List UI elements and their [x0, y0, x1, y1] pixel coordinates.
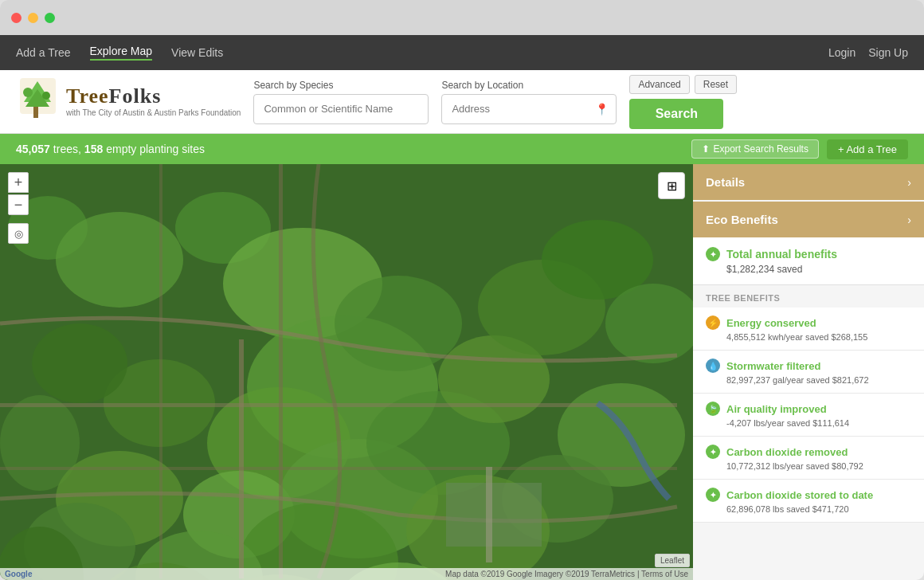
minimize-button[interactable]: [28, 13, 38, 23]
details-section-header[interactable]: Details ›: [693, 164, 924, 200]
species-search-group: Search by Species: [253, 80, 429, 124]
co2-stored-icon: ✦: [706, 488, 720, 502]
eco-benefits-section-header[interactable]: Eco Benefits ›: [693, 202, 924, 237]
svg-point-4: [23, 88, 33, 97]
svg-point-8: [56, 212, 183, 308]
air-icon: 🍃: [706, 402, 720, 416]
results-text: 45,057 trees, 158 empty planting sites: [16, 143, 205, 155]
benefit-item-1: 💧 Stormwater filtered 82,997,237 gal/yea…: [693, 351, 924, 394]
tree-benefits-label: TREE BENEFITS: [693, 285, 924, 308]
total-benefits-value: $1,282,234 saved: [726, 264, 911, 275]
results-right: ⬆ Export Search Results + Add a Tree: [691, 139, 908, 159]
total-benefits-icon: ✦: [706, 247, 720, 261]
details-title: Details: [706, 175, 745, 189]
window-chrome: [0, 0, 924, 35]
energy-icon: ⚡: [706, 315, 720, 330]
map-svg: [0, 164, 693, 580]
logo-icon: [16, 78, 60, 126]
benefit-1-title: 💧 Stormwater filtered: [706, 359, 911, 373]
login-link[interactable]: Login: [828, 46, 855, 59]
logo-tagline: with The City of Austin & Austin Parks F…: [66, 108, 241, 118]
zoom-out-button[interactable]: −: [8, 194, 29, 215]
advanced-button[interactable]: Advanced: [629, 75, 689, 94]
species-label: Search by Species: [253, 80, 429, 91]
location-input[interactable]: [441, 94, 617, 124]
svg-rect-40: [446, 483, 542, 547]
navbar: Add a Tree Explore Map View Edits Login …: [0, 35, 924, 70]
traffic-lights: [11, 13, 55, 23]
co2-removed-icon: ✦: [706, 445, 720, 459]
reset-button[interactable]: Reset: [695, 75, 737, 94]
fullscreen-button[interactable]: [45, 13, 55, 23]
stormwater-icon: 💧: [706, 359, 720, 373]
leaflet-badge: Leaflet: [655, 554, 690, 567]
benefit-4-title: ✦ Carbon dioxide stored to date: [706, 488, 911, 502]
sidebar: Details › Eco Benefits › ✦ Total annual …: [693, 164, 924, 580]
main-content: + − ◎ ⊞ Google Map data ©2019 Google Ima…: [0, 164, 924, 580]
location-label: Search by Location: [441, 80, 617, 91]
export-icon: ⬆: [702, 143, 710, 155]
close-button[interactable]: [11, 13, 22, 23]
eco-chevron-icon: ›: [907, 214, 911, 226]
logo-name: TreeFolks: [66, 85, 241, 108]
nav-item-add-tree[interactable]: Add a Tree: [16, 46, 71, 59]
benefit-4-value: 62,896,078 lbs saved $471,720: [726, 504, 911, 514]
search-button[interactable]: Search: [629, 99, 723, 129]
nav-left: Add a Tree Explore Map View Edits: [16, 45, 223, 61]
nav-item-view-edits[interactable]: View Edits: [171, 46, 223, 59]
benefit-item-2: 🍃 Air quality improved -4,207 lbs/year s…: [693, 394, 924, 437]
benefit-0-value: 4,855,512 kwh/year saved $268,155: [726, 332, 911, 342]
svg-rect-35: [239, 339, 244, 578]
map-attribution: Google Map data ©2019 Google Imagery ©20…: [0, 568, 693, 580]
benefit-2-title: 🍃 Air quality improved: [706, 402, 911, 416]
location-pin-icon: 📍: [595, 103, 609, 116]
total-benefits-title-row: ✦ Total annual benefits: [706, 247, 911, 261]
trees-label: trees,: [53, 143, 81, 155]
total-benefits: ✦ Total annual benefits $1,282,234 saved: [693, 237, 924, 285]
species-input[interactable]: [253, 94, 429, 124]
details-chevron-icon: ›: [907, 176, 911, 189]
location-input-wrap: 📍: [441, 94, 617, 124]
export-label: Export Search Results: [714, 143, 808, 155]
benefit-item-4: ✦ Carbon dioxide stored to date 62,896,0…: [693, 480, 924, 523]
benefit-0-title: ⚡ Energy conserved: [706, 315, 911, 330]
svg-rect-39: [159, 164, 162, 578]
benefit-3-title: ✦ Carbon dioxide removed: [706, 445, 911, 459]
search-actions: Advanced Reset Search: [629, 75, 737, 129]
empty-sites-count: 158: [84, 143, 103, 155]
adv-reset-row: Advanced Reset: [629, 75, 737, 94]
layers-button[interactable]: ⊞: [658, 172, 685, 199]
empty-sites-label: empty planting sites: [106, 143, 205, 155]
svg-rect-41: [486, 467, 492, 562]
benefit-1-value: 82,997,237 gal/year saved $821,672: [726, 375, 911, 385]
logo-text: TreeFolks with The City of Austin & Aust…: [66, 85, 241, 118]
signup-link[interactable]: Sign Up: [868, 46, 908, 59]
benefit-item-0: ⚡ Energy conserved 4,855,512 kwh/year sa…: [693, 308, 924, 351]
svg-point-5: [42, 92, 50, 100]
export-button[interactable]: ⬆ Export Search Results: [691, 139, 819, 159]
attribution-text: Map data ©2019 Google Imagery ©2019 Terr…: [445, 570, 688, 578]
results-bar: 45,057 trees, 158 empty planting sites ⬆…: [0, 134, 924, 164]
header: TreeFolks with The City of Austin & Aust…: [0, 70, 924, 134]
nav-item-explore-map[interactable]: Explore Map: [90, 45, 153, 61]
map-controls: + − ◎: [8, 172, 29, 244]
nav-right: Login Sign Up: [828, 46, 908, 59]
svg-point-15: [32, 323, 127, 403]
google-logo: Google: [5, 570, 32, 578]
locate-button[interactable]: ◎: [8, 223, 29, 244]
svg-rect-37: [279, 164, 283, 578]
zoom-in-button[interactable]: +: [8, 172, 29, 193]
benefit-2-value: -4,207 lbs/year saved $111,614: [726, 418, 911, 428]
logo-area: TreeFolks with The City of Austin & Aust…: [16, 78, 241, 126]
tree-count: 45,057: [16, 143, 50, 155]
map-area[interactable]: + − ◎ ⊞ Google Map data ©2019 Google Ima…: [0, 164, 693, 580]
svg-rect-36: [0, 403, 677, 407]
eco-benefits-title: Eco Benefits: [706, 213, 778, 226]
map-background: [0, 164, 693, 580]
benefit-3-value: 10,772,312 lbs/year saved $80,792: [726, 461, 911, 471]
total-benefits-title-text: Total annual benefits: [726, 248, 837, 261]
benefit-item-3: ✦ Carbon dioxide removed 10,772,312 lbs/…: [693, 437, 924, 480]
svg-rect-3: [33, 107, 38, 118]
add-tree-button[interactable]: + Add a Tree: [827, 139, 908, 159]
location-search-group: Search by Location 📍: [441, 80, 617, 124]
